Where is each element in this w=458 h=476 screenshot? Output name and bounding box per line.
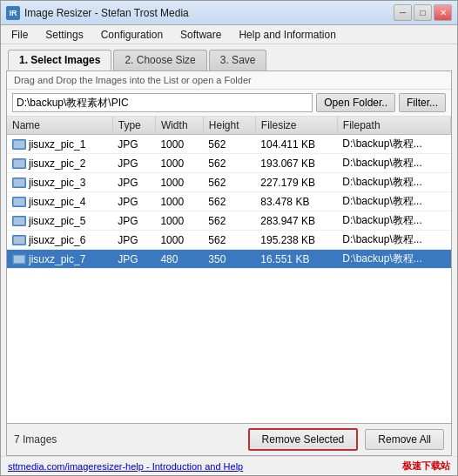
menu-help[interactable]: Help and Information [233, 27, 340, 43]
col-header-width: Width [155, 117, 203, 135]
table-row[interactable]: jisuxz_pic_4 JPG 1000 562 83.478 KB D:\b… [7, 192, 451, 211]
menu-file[interactable]: File [6, 27, 33, 43]
cell-name: jisuxz_pic_6 [7, 231, 112, 250]
cell-height: 562 [203, 154, 255, 173]
cell-height: 350 [203, 250, 255, 269]
window-controls: ─ □ ✕ [394, 4, 452, 21]
remove-selected-button[interactable]: Remove Selected [248, 428, 359, 451]
cell-width: 1000 [155, 231, 203, 250]
maximize-button[interactable]: □ [414, 4, 432, 21]
cell-width: 480 [155, 250, 203, 269]
cell-filesize: 227.179 KB [255, 173, 337, 192]
app-icon: IR [6, 6, 20, 20]
cell-type: JPG [112, 173, 155, 192]
cell-width: 1000 [155, 154, 203, 173]
cell-filepath: D:\backup\教程... [337, 135, 450, 154]
col-header-filepath: Filepath [337, 117, 450, 135]
remove-all-button[interactable]: Remove All [365, 429, 444, 450]
cell-filesize: 104.411 KB [255, 135, 337, 154]
cell-height: 562 [203, 173, 255, 192]
cell-name: jisuxz_pic_5 [7, 211, 112, 231]
cell-filepath: D:\backup\教程... [337, 154, 450, 173]
image-list-table: Name Type Width Height Filesize Filepath… [7, 117, 451, 269]
file-thumbnail-icon [12, 178, 26, 188]
cell-filepath: D:\backup\教程... [337, 211, 450, 231]
cell-filesize: 83.478 KB [255, 192, 337, 211]
menu-configuration[interactable]: Configuration [96, 27, 168, 43]
table-header-row: Name Type Width Height Filesize Filepath [7, 117, 451, 135]
bottom-bar: sttmedia.com/imageresizer-help - Introdu… [1, 456, 457, 475]
table-row[interactable]: jisuxz_pic_5 JPG 1000 562 283.947 KB D:\… [7, 211, 451, 231]
table-row[interactable]: jisuxz_pic_7 JPG 480 350 16.551 KB D:\ba… [7, 250, 451, 269]
folder-path-input[interactable] [12, 93, 313, 112]
cell-width: 1000 [155, 173, 203, 192]
menu-settings[interactable]: Settings [40, 27, 88, 43]
cell-height: 562 [203, 135, 255, 154]
help-link[interactable]: sttmedia.com/imageresizer-help - Introdu… [8, 461, 243, 472]
close-button[interactable]: ✕ [434, 4, 452, 21]
cell-height: 562 [203, 192, 255, 211]
title-bar: IR Image Resizer - Stefan Trost Media ─ … [1, 1, 457, 25]
cell-width: 1000 [155, 192, 203, 211]
content-area: Drag and Drop the Images into the List o… [6, 70, 452, 424]
cell-type: JPG [112, 231, 155, 250]
cell-name: jisuxz_pic_2 [7, 154, 112, 173]
file-thumbnail-icon [12, 158, 26, 169]
cell-type: JPG [112, 192, 155, 211]
table-row[interactable]: jisuxz_pic_6 JPG 1000 562 195.238 KB D:\… [7, 231, 451, 250]
image-count: 7 Images [14, 433, 241, 446]
file-thumbnail-icon [12, 216, 26, 226]
cell-name: jisuxz_pic_3 [7, 173, 112, 192]
table-row[interactable]: jisuxz_pic_1 JPG 1000 562 104.411 KB D:\… [7, 135, 451, 154]
file-table: Name Type Width Height Filesize Filepath… [7, 117, 451, 423]
cell-filepath: D:\backup\教程... [337, 192, 450, 211]
col-header-type: Type [112, 117, 155, 135]
col-header-height: Height [203, 117, 255, 135]
file-thumbnail-icon [12, 139, 26, 150]
tab-select-images[interactable]: 1. Select Images [8, 50, 111, 70]
file-thumbnail-icon [12, 197, 26, 207]
cell-type: JPG [112, 154, 155, 173]
cell-type: JPG [112, 250, 155, 269]
cell-type: JPG [112, 135, 155, 154]
cell-name: jisuxz_pic_4 [7, 192, 112, 211]
title-bar-left: IR Image Resizer - Stefan Trost Media [6, 6, 189, 20]
file-thumbnail-icon [12, 235, 26, 245]
cell-filesize: 193.067 KB [255, 154, 337, 173]
tabs-bar: 1. Select Images 2. Choose Size 3. Save [1, 44, 457, 70]
cell-type: JPG [112, 211, 155, 231]
cell-name: jisuxz_pic_1 [7, 135, 112, 154]
cell-filepath: D:\backup\教程... [337, 231, 450, 250]
menu-software[interactable]: Software [175, 27, 226, 43]
tab-choose-size[interactable]: 2. Choose Size [113, 50, 206, 70]
status-bar: 7 Images Remove Selected Remove All [6, 424, 452, 456]
minimize-button[interactable]: ─ [394, 4, 412, 21]
col-header-filesize: Filesize [255, 117, 337, 135]
tab-save[interactable]: 3. Save [209, 50, 267, 70]
cell-height: 562 [203, 231, 255, 250]
cell-filesize: 16.551 KB [255, 250, 337, 269]
menu-bar: File Settings Configuration Software Hel… [1, 25, 457, 44]
folder-bar: Open Folder.. Filter... [7, 90, 451, 117]
cell-filesize: 195.238 KB [255, 231, 337, 250]
open-folder-button[interactable]: Open Folder.. [316, 93, 395, 112]
col-header-name: Name [7, 117, 112, 135]
cell-width: 1000 [155, 211, 203, 231]
watermark: 极速下载站 [402, 459, 450, 473]
cell-name: jisuxz_pic_7 [7, 250, 112, 269]
cell-width: 1000 [155, 135, 203, 154]
window-title: Image Resizer - Stefan Trost Media [24, 7, 189, 19]
cell-filesize: 283.947 KB [255, 211, 337, 231]
drag-hint: Drag and Drop the Images into the List o… [7, 71, 451, 90]
table-body: jisuxz_pic_1 JPG 1000 562 104.411 KB D:\… [7, 135, 451, 269]
table-row[interactable]: jisuxz_pic_2 JPG 1000 562 193.067 KB D:\… [7, 154, 451, 173]
cell-filepath: D:\backup\教程... [337, 173, 450, 192]
table-row[interactable]: jisuxz_pic_3 JPG 1000 562 227.179 KB D:\… [7, 173, 451, 192]
cell-filepath: D:\backup\教程... [337, 250, 450, 269]
main-window: IR Image Resizer - Stefan Trost Media ─ … [0, 0, 458, 476]
filter-button[interactable]: Filter... [399, 93, 446, 112]
cell-height: 562 [203, 211, 255, 231]
file-thumbnail-icon [12, 254, 26, 265]
